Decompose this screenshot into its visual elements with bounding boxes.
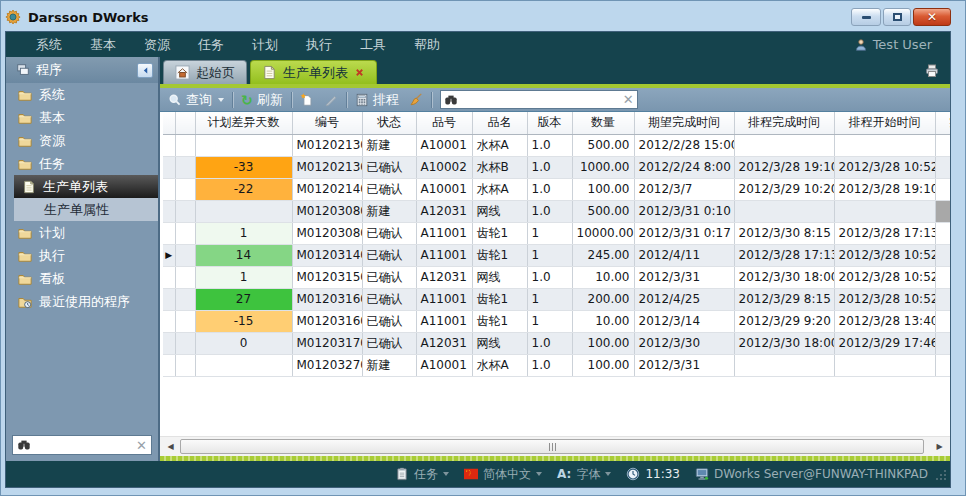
cell-finish[interactable]: 2012/3/29 8:15 xyxy=(734,288,834,310)
cell-status[interactable]: 已确认 xyxy=(362,178,416,200)
cell-extra[interactable] xyxy=(935,178,950,200)
cell-item_no[interactable]: A12031 xyxy=(416,332,472,354)
schedule-button[interactable]: 排程 xyxy=(353,91,401,109)
table-row[interactable]: -22M012021401已确认A10001水杯A1.0100.002012/3… xyxy=(163,178,950,200)
cell-expected[interactable]: 2012/3/30 xyxy=(634,332,734,354)
table-row[interactable]: M012032701新建A10001水杯A1.0100.002012/3/31 xyxy=(163,354,950,376)
cell-item_no[interactable]: A11001 xyxy=(416,244,472,266)
cell-status[interactable]: 已确认 xyxy=(362,222,416,244)
cell-item_no[interactable]: A10002 xyxy=(416,156,472,178)
cell-status[interactable]: 已确认 xyxy=(362,288,416,310)
collapse-sidebar-button[interactable] xyxy=(137,63,153,78)
cell-expected[interactable]: 2012/3/31 0:17 xyxy=(634,222,734,244)
cell-qty[interactable]: 500.00 xyxy=(572,134,634,156)
cell-status[interactable]: 新建 xyxy=(362,200,416,222)
cell-expected[interactable]: 2012/2/24 8:00 xyxy=(634,156,734,178)
cell-qty[interactable]: 100.00 xyxy=(572,332,634,354)
close-button[interactable]: ✕ xyxy=(913,8,951,26)
cell-expected[interactable]: 2012/3/7 xyxy=(634,178,734,200)
table-row[interactable]: -15M012031602已确认A11001齿轮1110.002012/3/14… xyxy=(163,310,950,332)
table-row[interactable]: M012030801新建A12031网线1.0500.002012/3/31 0… xyxy=(163,200,950,222)
status-item[interactable]: A:字体 xyxy=(557,466,611,483)
cell-extra[interactable] xyxy=(935,244,950,266)
cell-item_name[interactable]: 水杯A xyxy=(472,354,527,376)
query-button[interactable]: 查询 xyxy=(166,91,226,109)
cell-start[interactable] xyxy=(834,354,935,376)
horizontal-scrollbar[interactable]: ◀ ▶ xyxy=(160,436,950,456)
cell-item_no[interactable]: A10001 xyxy=(416,134,472,156)
cell-item_name[interactable]: 水杯A xyxy=(472,178,527,200)
scroll-left-arrow[interactable]: ◀ xyxy=(163,439,178,454)
cell-diff[interactable]: -33 xyxy=(195,156,292,178)
cell-qty[interactable]: 10.00 xyxy=(572,266,634,288)
cell-qty[interactable]: 200.00 xyxy=(572,288,634,310)
cell-extra[interactable]: # xyxy=(935,200,950,222)
cell-start[interactable] xyxy=(834,200,935,222)
sidebar-item[interactable]: 看板 xyxy=(6,267,158,290)
cell-item_no[interactable]: A11001 xyxy=(416,310,472,332)
cell-item_no[interactable]: A10001 xyxy=(416,178,472,200)
cell-item_name[interactable]: 水杯B xyxy=(472,156,527,178)
cell-finish[interactable] xyxy=(734,354,834,376)
cell-expected[interactable]: 2012/3/31 xyxy=(634,266,734,288)
cell-qty[interactable]: 500.00 xyxy=(572,200,634,222)
cell-version[interactable]: 1.0 xyxy=(527,266,572,288)
cell-start[interactable]: 2012/3/28 17:13 xyxy=(834,222,935,244)
tab-close-icon[interactable] xyxy=(354,67,365,78)
sidebar-item[interactable]: 基本 xyxy=(6,106,158,129)
cell-extra[interactable] xyxy=(935,266,950,288)
menu-item[interactable]: 资源 xyxy=(130,33,184,57)
cell-start[interactable]: 2012/3/28 19:10 xyxy=(834,178,935,200)
menu-item[interactable]: 执行 xyxy=(292,33,346,57)
column-header[interactable]: 编号 xyxy=(292,112,362,134)
cell-finish[interactable]: 2012/3/30 18:00 xyxy=(734,332,834,354)
cell-extra[interactable] xyxy=(935,310,950,332)
cell-item_name[interactable]: 齿轮1 xyxy=(472,222,527,244)
column-header[interactable]: 状态 xyxy=(362,112,416,134)
cell-diff[interactable]: 1 xyxy=(195,266,292,288)
cell-item_no[interactable]: A10001 xyxy=(416,354,472,376)
resize-grip[interactable] xyxy=(935,469,947,484)
cell-code[interactable]: M012031601 xyxy=(292,288,362,310)
table-row[interactable]: -33M012021302已确认A10002水杯B1.01000.002012/… xyxy=(163,156,950,178)
cell-finish[interactable]: 2012/3/30 8:15 xyxy=(734,222,834,244)
cell-finish[interactable] xyxy=(734,134,834,156)
cell-version[interactable]: 1 xyxy=(527,288,572,310)
cell-version[interactable]: 1.0 xyxy=(527,354,572,376)
cell-version[interactable]: 1.0 xyxy=(527,178,572,200)
column-header[interactable]: 排程开始时间 xyxy=(834,112,935,134)
cell-start[interactable]: 2012/3/28 10:52 xyxy=(834,266,935,288)
maximize-button[interactable] xyxy=(883,8,911,26)
menu-item[interactable]: 帮助 xyxy=(400,33,454,57)
column-header[interactable]: 数量 xyxy=(572,112,634,134)
cell-diff[interactable] xyxy=(195,134,292,156)
cell-item_name[interactable]: 水杯A xyxy=(472,134,527,156)
table-row[interactable]: M012021301新建A10001水杯A1.0500.002012/2/28 … xyxy=(163,134,950,156)
column-header[interactable]: 品名 xyxy=(472,112,527,134)
cell-start[interactable]: 2012/3/29 17:46 xyxy=(834,332,935,354)
status-item[interactable]: 简体中文 xyxy=(464,466,542,483)
cell-finish[interactable]: 2012/3/29 9:20 xyxy=(734,310,834,332)
cell-code[interactable]: M012031602 xyxy=(292,310,362,332)
cell-expected[interactable]: 2012/4/11 xyxy=(634,244,734,266)
cell-item_no[interactable]: A12031 xyxy=(416,266,472,288)
cell-qty[interactable]: 10.00 xyxy=(572,310,634,332)
cell-extra[interactable] xyxy=(935,134,950,156)
new-button[interactable] xyxy=(298,93,316,107)
user-indicator[interactable]: Test User xyxy=(854,37,932,52)
cell-version[interactable]: 1.0 xyxy=(527,134,572,156)
cell-code[interactable]: M012031701 xyxy=(292,332,362,354)
cell-start[interactable]: 2012/3/28 13:40 xyxy=(834,310,935,332)
cell-finish[interactable]: 2012/3/28 17:13 xyxy=(734,244,834,266)
cell-version[interactable]: 1 xyxy=(527,244,572,266)
cell-item_name[interactable]: 网线 xyxy=(472,266,527,288)
cell-extra[interactable] xyxy=(935,332,950,354)
cell-code[interactable]: M012021302 xyxy=(292,156,362,178)
cell-version[interactable]: 1.0 xyxy=(527,332,572,354)
cell-finish[interactable] xyxy=(734,200,834,222)
sidebar-item[interactable]: 系统 xyxy=(6,83,158,106)
tab[interactable]: 起始页 xyxy=(163,60,247,84)
cell-status[interactable]: 已确认 xyxy=(362,332,416,354)
table-row[interactable]: 1M012030802已确认A11001齿轮1110000.002012/3/3… xyxy=(163,222,950,244)
scroll-right-arrow[interactable]: ▶ xyxy=(932,439,947,454)
